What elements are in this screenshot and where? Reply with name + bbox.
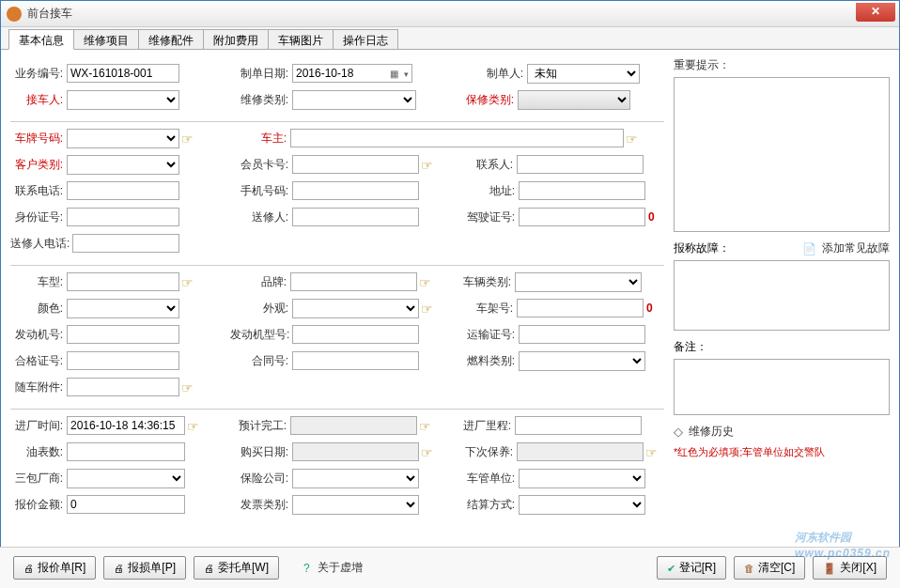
- phone-input[interactable]: [67, 181, 179, 200]
- calendar-icon[interactable]: [387, 67, 401, 80]
- plate-select[interactable]: [67, 129, 179, 148]
- pointer-icon[interactable]: [419, 419, 436, 432]
- label-sender: 送修人:: [236, 209, 292, 225]
- quote-amt-input[interactable]: [67, 495, 185, 514]
- accessories-input[interactable]: [67, 378, 179, 396]
- vin-input[interactable]: [517, 299, 644, 317]
- repair-type-select[interactable]: [292, 90, 416, 110]
- add-common-fault-link[interactable]: 添加常见故障: [822, 240, 890, 256]
- label-veh-type: 车辆类别:: [458, 274, 515, 290]
- damage-button[interactable]: 报损单[P]: [103, 556, 186, 580]
- make-date-input[interactable]: [292, 64, 412, 83]
- label-color: 颜色:: [10, 301, 67, 317]
- license-input[interactable]: [519, 208, 645, 226]
- close-button[interactable]: ✕: [856, 3, 895, 22]
- fuel-type-select[interactable]: [519, 351, 645, 371]
- label-contact: 联系人:: [460, 157, 517, 173]
- pointer-icon[interactable]: [181, 132, 198, 145]
- important-tip-textarea[interactable]: [674, 77, 890, 232]
- pointer-icon[interactable]: [181, 275, 198, 288]
- model-input[interactable]: [67, 272, 179, 291]
- label-settle-type: 结算方式:: [462, 497, 519, 513]
- biz-no-input[interactable]: [67, 64, 179, 83]
- pointer-icon[interactable]: [419, 275, 436, 288]
- veh-type-select[interactable]: [515, 272, 642, 292]
- entrust-button[interactable]: 委托单[W]: [194, 556, 279, 580]
- appearance-select[interactable]: [292, 299, 419, 318]
- repair-history-link[interactable]: 维修历史: [689, 424, 734, 440]
- tab-repair-parts[interactable]: 维修配件: [138, 29, 204, 49]
- label-cert-no: 合格证号:: [10, 353, 67, 369]
- remark-textarea[interactable]: [674, 359, 890, 415]
- next-maint-input[interactable]: [517, 442, 644, 461]
- pointer-icon[interactable]: [187, 419, 204, 432]
- sender-input[interactable]: [292, 208, 419, 226]
- owner-input[interactable]: [290, 129, 624, 147]
- tab-bar: 基本信息 维修项目 维修配件 附加费用 车辆图片 操作日志: [1, 27, 899, 50]
- app-icon: [7, 7, 22, 22]
- contact-input[interactable]: [517, 155, 644, 174]
- chevron-down-icon[interactable]: [401, 67, 411, 80]
- label-id-no: 身份证号:: [10, 209, 67, 225]
- settle-type-select[interactable]: [519, 495, 645, 515]
- print-icon: [204, 562, 214, 575]
- insurer-select[interactable]: [292, 469, 419, 488]
- warranty-type-select[interactable]: [518, 90, 630, 110]
- hint-text: *红色为必填项;车管单位如交警队: [674, 445, 890, 459]
- door-icon: [823, 562, 836, 575]
- buy-date-input[interactable]: [292, 442, 419, 461]
- color-select[interactable]: [67, 299, 179, 318]
- veh-admin-select[interactable]: [519, 469, 645, 488]
- register-button[interactable]: 登记[R]: [657, 556, 726, 580]
- tab-vehicle-images[interactable]: 车辆图片: [268, 29, 334, 49]
- print-icon: [114, 562, 124, 575]
- cert-no-input[interactable]: [67, 351, 179, 370]
- id-no-input[interactable]: [67, 208, 179, 226]
- in-time-input[interactable]: [67, 416, 185, 435]
- pointer-icon[interactable]: [421, 302, 438, 315]
- print-icon: [23, 562, 34, 575]
- pointer-icon[interactable]: [421, 445, 438, 458]
- trans-cert-input[interactable]: [519, 325, 645, 344]
- pointer-icon[interactable]: [421, 158, 438, 171]
- label-receiver: 接车人:: [10, 92, 67, 108]
- reported-fault-textarea[interactable]: [674, 260, 890, 331]
- member-no-input[interactable]: [292, 155, 419, 174]
- oil-input[interactable]: [67, 442, 185, 461]
- label-repair-type: 维修类别:: [236, 92, 292, 108]
- close-window-button[interactable]: 关闭[X]: [813, 556, 887, 580]
- label-contract-no: 合同号:: [236, 353, 292, 369]
- quote-button[interactable]: 报价单[R]: [13, 556, 96, 580]
- label-invoice-type: 发票类别:: [236, 497, 292, 513]
- sender-phone-input[interactable]: [72, 234, 179, 253]
- label-cust-type: 客户类别:: [10, 157, 67, 173]
- engine-model-input[interactable]: [292, 325, 419, 344]
- receiver-select[interactable]: [67, 90, 179, 110]
- est-done-input[interactable]: [290, 416, 417, 435]
- clear-button[interactable]: 清空[C]: [734, 556, 805, 580]
- tab-basic-info[interactable]: 基本信息: [8, 29, 74, 50]
- tab-extra-fee[interactable]: 附加费用: [203, 29, 269, 49]
- label-remark: 备注：: [674, 339, 707, 355]
- side-panel: 重要提示： 报称故障： 添加常见故障 备注： 维修历史 *红色为必填项;车管单位…: [674, 57, 890, 526]
- maker-select[interactable]: 未知: [527, 64, 640, 84]
- cust-type-select[interactable]: [67, 155, 179, 175]
- sanbao-select[interactable]: [67, 469, 185, 488]
- mobile-input[interactable]: [292, 181, 419, 200]
- about-link[interactable]: 关于虚增: [318, 560, 363, 576]
- pointer-icon[interactable]: [626, 132, 643, 145]
- tab-operation-log[interactable]: 操作日志: [333, 29, 398, 49]
- tab-repair-items[interactable]: 维修项目: [73, 29, 139, 49]
- engine-no-input[interactable]: [67, 325, 179, 344]
- label-sanbao: 三包厂商:: [10, 471, 67, 487]
- contract-no-input[interactable]: [292, 351, 419, 370]
- in-mileage-input[interactable]: [515, 416, 642, 435]
- brand-input[interactable]: [290, 272, 417, 291]
- address-input[interactable]: [519, 181, 645, 200]
- pointer-icon[interactable]: [181, 380, 198, 394]
- document-icon: [802, 242, 816, 255]
- label-engine-no: 发动机号:: [10, 327, 67, 343]
- pointer-icon[interactable]: [645, 445, 662, 458]
- label-warranty-type: 保修类别:: [461, 92, 518, 108]
- invoice-type-select[interactable]: [292, 495, 419, 515]
